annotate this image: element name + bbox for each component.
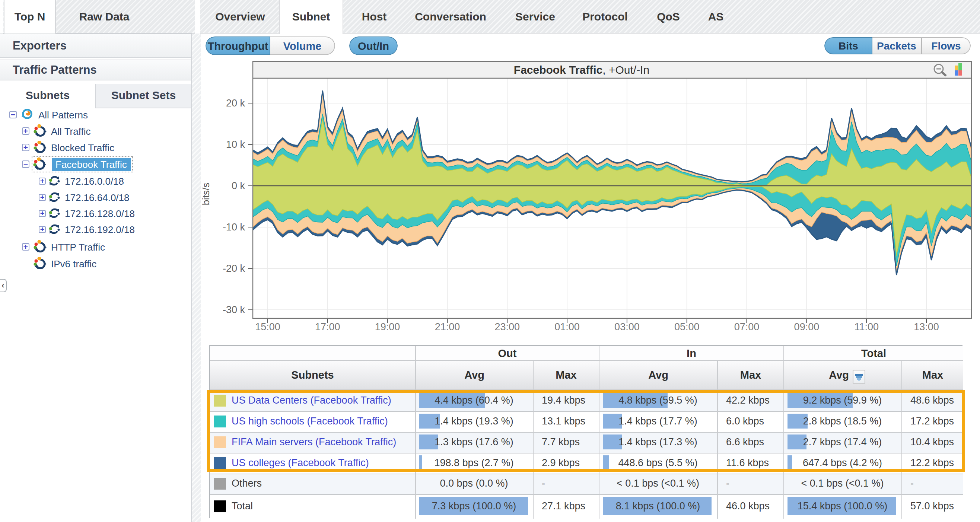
svg-text:-20 k: -20 k [223,263,245,274]
svg-text:07:00: 07:00 [734,321,760,333]
svg-text:21:00: 21:00 [435,321,460,333]
svg-text:13:00: 13:00 [914,321,939,333]
svg-text:11:00: 11:00 [854,321,879,333]
svg-text:15:00: 15:00 [255,321,280,333]
svg-text:0 k: 0 k [232,180,245,191]
svg-text:Facebook Traffic, +Out/-In: Facebook Traffic, +Out/-In [514,64,649,76]
svg-text:bits/s: bits/s [201,183,212,205]
svg-text:23:00: 23:00 [495,321,520,333]
svg-text:-30 k: -30 k [223,304,245,315]
svg-text:17:00: 17:00 [315,321,340,333]
svg-text:19:00: 19:00 [375,321,400,333]
svg-text:09:00: 09:00 [794,321,819,333]
svg-text:01:00: 01:00 [554,321,580,333]
svg-text:-10 k: -10 k [223,221,245,233]
svg-text:03:00: 03:00 [614,321,640,333]
svg-text:20 k: 20 k [226,97,245,109]
svg-text:05:00: 05:00 [674,321,700,333]
svg-text:10 k: 10 k [226,139,245,150]
